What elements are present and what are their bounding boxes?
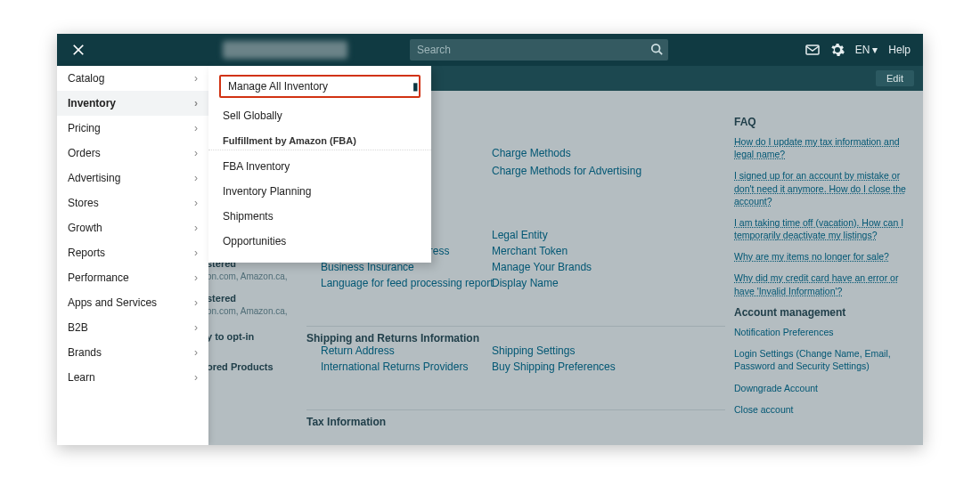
- chevron-right-icon: ›: [194, 247, 198, 259]
- account-management-panel: Account management Notification Preferen…: [734, 306, 912, 425]
- mail-icon[interactable]: [805, 43, 820, 57]
- flyout-label: FBA Inventory: [223, 160, 290, 173]
- flyout-inventory-planning[interactable]: Inventory Planning: [208, 179, 431, 204]
- flyout-fba-inventory[interactable]: FBA Inventory: [208, 154, 431, 179]
- nav-performance[interactable]: Performance›: [57, 265, 208, 290]
- stub-sub-3: on.com, Amazon.ca,: [207, 304, 340, 319]
- flyout-label: Sell Globally: [223, 109, 282, 122]
- faq-link-2[interactable]: I signed up for an account by mistake or…: [734, 169, 912, 207]
- nav-label: Orders: [68, 147, 101, 159]
- nav-stores[interactable]: Stores›: [57, 190, 208, 215]
- nav-label: Advertising: [68, 172, 120, 184]
- chevron-right-icon: ›: [194, 97, 198, 109]
- nav-growth[interactable]: Growth›: [57, 215, 208, 240]
- language-selector[interactable]: EN ▾: [855, 44, 878, 56]
- search-input[interactable]: [417, 44, 661, 56]
- chevron-right-icon: ›: [194, 122, 198, 134]
- chevron-right-icon: ›: [194, 371, 198, 384]
- faq-heading: FAQ: [734, 116, 912, 128]
- chevron-right-icon: ›: [194, 72, 198, 85]
- flyout-sell-globally[interactable]: Sell Globally: [208, 103, 431, 128]
- nav-label: B2B: [68, 321, 88, 334]
- flyout-manage-all-inventory[interactable]: Manage All Inventory ▮: [219, 75, 421, 98]
- faq-link-3[interactable]: I am taking time off (vacation). How can…: [734, 216, 912, 241]
- gear-icon[interactable]: [830, 43, 845, 57]
- nav-reports[interactable]: Reports›: [57, 240, 208, 265]
- stub-title-5: ored Products: [207, 361, 340, 372]
- nav-label: Catalog: [68, 72, 104, 85]
- nav-pricing[interactable]: Pricing›: [57, 116, 208, 141]
- link-charge-methods[interactable]: Charge Methods: [492, 144, 571, 162]
- stub-title-3: stered: [207, 293, 340, 304]
- link-shipping-settings[interactable]: Shipping Settings: [492, 342, 575, 360]
- nav-b2b[interactable]: B2B›: [57, 315, 208, 340]
- bookmark-icon[interactable]: ▮: [412, 80, 419, 93]
- nav-catalog[interactable]: Catalog›: [57, 66, 208, 91]
- search-icon[interactable]: [650, 43, 663, 58]
- acct-link-4[interactable]: Close account: [734, 403, 912, 416]
- link-charge-methods-adv[interactable]: Charge Methods for Advertising: [492, 162, 641, 180]
- flyout-shipments[interactable]: Shipments: [208, 204, 431, 229]
- acct-link-2[interactable]: Login Settings (Change Name, Email, Pass…: [734, 347, 912, 372]
- chevron-right-icon: ›: [194, 222, 198, 234]
- link-manage-brands[interactable]: Manage Your Brands: [492, 258, 592, 276]
- primary-nav: Catalog› Inventory› Pricing› Orders› Adv…: [57, 66, 208, 445]
- chevron-right-icon: ›: [194, 172, 198, 184]
- link-legal-entity[interactable]: Legal Entity: [492, 226, 548, 244]
- link-buy-shipping-prefs[interactable]: Buy Shipping Preferences: [492, 358, 616, 376]
- link-merchant-token[interactable]: Merchant Token: [492, 242, 568, 260]
- flyout-label: Opportunities: [223, 235, 286, 247]
- nav-learn[interactable]: Learn›: [57, 365, 208, 390]
- chevron-right-icon: ›: [194, 271, 198, 284]
- nav-label: Reports: [68, 247, 105, 259]
- nav-label: Learn: [68, 371, 95, 384]
- link-display-name[interactable]: Display Name: [492, 274, 559, 292]
- flyout-label: Manage All Inventory: [228, 80, 328, 93]
- brand-logo-blur: [223, 41, 347, 59]
- svg-point-2: [652, 45, 660, 53]
- flyout-label: Shipments: [223, 210, 274, 223]
- faq-panel: FAQ How do I update my tax information a…: [734, 116, 912, 306]
- search-field-wrap[interactable]: [410, 39, 668, 61]
- nav-label: Brands: [68, 346, 102, 359]
- faq-link-1[interactable]: How do I update my tax information and l…: [734, 135, 912, 160]
- language-label: EN: [855, 44, 870, 56]
- nav-label: Stores: [68, 197, 99, 209]
- flyout-section-fba: Fulfillment by Amazon (FBA): [208, 128, 431, 150]
- nav-label: Apps and Services: [68, 296, 157, 309]
- nav-advertising[interactable]: Advertising›: [57, 166, 208, 190]
- stub-sub-2: on.com, Amazon.ca,: [207, 269, 340, 284]
- acct-heading: Account management: [734, 306, 912, 319]
- chevron-right-icon: ›: [194, 321, 198, 334]
- edit-button[interactable]: Edit: [876, 70, 914, 86]
- nav-label: Inventory: [68, 97, 116, 109]
- stub-title-4: y to opt-in: [207, 331, 340, 342]
- nav-label: Pricing: [68, 122, 101, 134]
- nav-orders[interactable]: Orders›: [57, 141, 208, 166]
- chevron-right-icon: ›: [194, 197, 198, 209]
- flyout-opportunities[interactable]: Opportunities: [208, 229, 431, 254]
- chevron-right-icon: ›: [194, 346, 198, 359]
- faq-link-5[interactable]: Why did my credit card have an error or …: [734, 271, 912, 296]
- chevron-right-icon: ›: [194, 147, 198, 159]
- nav-label: Performance: [68, 271, 129, 284]
- faq-link-4[interactable]: Why are my items no longer for sale?: [734, 250, 912, 263]
- chevron-down-icon: ▾: [872, 44, 878, 56]
- nav-label: Growth: [68, 222, 102, 234]
- top-bar: EN ▾ Help: [57, 34, 923, 66]
- close-icon[interactable]: [68, 39, 89, 61]
- acct-link-3[interactable]: Downgrade Account: [734, 382, 912, 394]
- svg-rect-4: [806, 45, 819, 54]
- help-link[interactable]: Help: [888, 44, 911, 56]
- svg-line-3: [659, 52, 663, 55]
- flyout-label: Inventory Planning: [223, 185, 311, 198]
- nav-brands[interactable]: Brands›: [57, 340, 208, 365]
- link-intl-returns[interactable]: International Returns Providers: [321, 358, 468, 376]
- nav-apps-services[interactable]: Apps and Services›: [57, 290, 208, 315]
- acct-link-1[interactable]: Notification Preferences: [734, 326, 912, 338]
- nav-inventory[interactable]: Inventory›: [57, 91, 208, 116]
- section-tax-info: Tax Information: [306, 409, 725, 428]
- link-feed-language[interactable]: Language for feed processing report: [321, 274, 493, 292]
- inventory-flyout: Manage All Inventory ▮ Sell Globally Ful…: [208, 66, 431, 263]
- chevron-right-icon: ›: [194, 296, 198, 309]
